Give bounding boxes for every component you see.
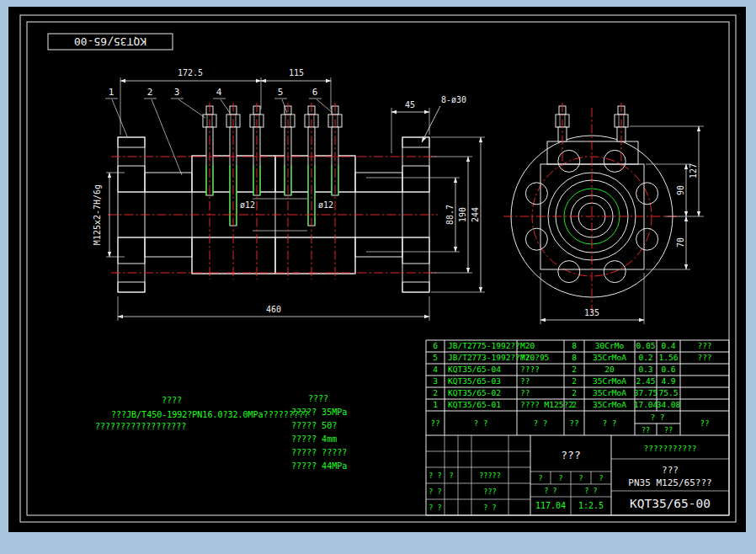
tb-middle-name: ???	[561, 449, 580, 461]
tb-company-name: ???????????	[644, 444, 697, 453]
svg-text:M20?95: M20?95	[520, 353, 549, 362]
bom-row: 1 KQT35/65-01 ???? M125?2 2 35CrMoA 17.0…	[433, 400, 680, 409]
svg-text:35CrMoA: 35CrMoA	[593, 376, 626, 386]
svg-text:KQT35/65-04: KQT35/65-04	[448, 365, 501, 374]
svg-text:35CrMoA: 35CrMoA	[593, 400, 626, 409]
dim-45: 45	[405, 100, 415, 109]
svg-text:3: 3	[433, 376, 438, 386]
bom-header-qty: ??	[569, 418, 578, 428]
svg-text:??: ??	[520, 388, 530, 397]
balloon-6: 6	[312, 87, 318, 98]
svg-text:75.5: 75.5	[659, 388, 679, 397]
tb-stage-2: ?	[558, 474, 562, 482]
svg-text:???? M125?2: ???? M125?2	[520, 400, 573, 409]
svg-text:35CrMoA: 35CrMoA	[593, 388, 626, 397]
balloon-1: 1	[109, 87, 114, 98]
tb-standard-label: ???	[483, 487, 496, 496]
notes-line2: ??????????????????	[95, 422, 186, 431]
spec-item-3: ????? 4mm	[291, 434, 337, 444]
svg-text:????: ????	[520, 365, 540, 374]
bom-header-note: ??	[700, 418, 709, 428]
bom-row: 6 JB/T2775-1992?? M20 8 30CrMo 0.05 0.4 …	[433, 341, 711, 350]
tb-drawing-number: KQT35/65-00	[630, 497, 711, 510]
spec-item-2: ????? 50?	[291, 421, 337, 430]
svg-text:M20: M20	[520, 341, 535, 350]
bom-header-material: ? ?	[602, 418, 616, 428]
dim-thread: M125x2-7H/6g	[93, 184, 102, 245]
dim-135: 135	[584, 308, 599, 317]
svg-text:1: 1	[433, 400, 438, 409]
bom-header-name: ? ?	[533, 418, 547, 428]
balloon-2: 2	[147, 87, 153, 98]
svg-text:17.04: 17.04	[634, 400, 658, 409]
dim-stud-dia-right: ø12	[318, 200, 333, 210]
dim-115: 115	[289, 68, 304, 77]
svg-text:JB/T2773-1992????: JB/T2773-1992????	[448, 353, 530, 362]
tb-product-name: ???	[662, 465, 679, 476]
tb-weight-label: ? ?	[544, 487, 556, 495]
dim-172-5: 172.5	[178, 68, 203, 77]
svg-text:20: 20	[604, 365, 615, 374]
svg-text:???: ???	[697, 341, 711, 350]
tb-mark-label: ? ?	[429, 471, 441, 480]
svg-text:34.08: 34.08	[657, 400, 681, 409]
svg-text:2: 2	[572, 400, 577, 409]
svg-text:KQT35/65-03: KQT35/65-03	[448, 376, 501, 386]
bom-header-total: ??	[664, 426, 673, 434]
balloon-5: 5	[278, 87, 284, 98]
svg-text:37.75: 37.75	[634, 388, 658, 397]
tb-stage-4: ?	[599, 474, 603, 482]
svg-text:35CrMoA: 35CrMoA	[593, 353, 626, 362]
tb-stage-1: ?	[538, 474, 542, 482]
svg-text:2.45: 2.45	[636, 376, 656, 386]
svg-text:1.56: 1.56	[659, 353, 679, 362]
svg-text:0.4: 0.4	[661, 341, 675, 350]
svg-text:8: 8	[572, 341, 577, 350]
svg-text:JB/T2775-1992??: JB/T2775-1992??	[448, 341, 520, 350]
svg-text:KQT35/65-01: KQT35/65-01	[448, 400, 501, 409]
svg-text:0.6: 0.6	[661, 365, 675, 374]
tb-stage-3: ?	[578, 474, 583, 482]
dim-190: 190	[458, 207, 467, 222]
svg-text:2: 2	[572, 376, 577, 386]
dim-127: 127	[689, 163, 698, 178]
cad-viewport[interactable]: KQT35/65-00	[0, 0, 756, 554]
svg-text:4.9: 4.9	[661, 376, 675, 386]
tb-count-label: ?	[449, 471, 453, 480]
svg-text:0.05: 0.05	[636, 341, 656, 350]
svg-text:0.2: 0.2	[638, 353, 652, 362]
dim-90: 90	[676, 185, 685, 195]
svg-text:KQT35/65-02: KQT35/65-02	[448, 388, 501, 397]
tb-scale-value: 1:2.5	[578, 501, 604, 510]
bom-header-code: ? ?	[473, 418, 487, 428]
tb-approve-label: ? ?	[483, 503, 496, 512]
tb-weight-value: 117.04	[535, 501, 566, 510]
svg-text:4: 4	[433, 365, 438, 374]
svg-text:??: ??	[520, 376, 530, 386]
svg-text:0.3: 0.3	[638, 365, 652, 374]
dim-70: 70	[676, 237, 685, 248]
tb-zone-label: ?????	[479, 471, 501, 480]
notes-line1: ???JB/T450-1992?PN16.0?32.0MPa?????????	[111, 410, 309, 419]
tb-check-label: ? ?	[429, 503, 441, 512]
spec-item-1: ????? 35MPa	[291, 408, 347, 417]
bom-header-unit: ??	[642, 426, 650, 434]
svg-text:2: 2	[572, 388, 577, 397]
dim-8-holes: 8-ø30	[441, 95, 466, 104]
balloon-3: 3	[174, 87, 180, 98]
balloon-4: 4	[216, 87, 222, 98]
spec-item-4: ????? ?????	[291, 448, 347, 457]
bom-row: 5 JB/T2773-1992???? M20?95 8 35CrMoA 0.2…	[433, 353, 711, 362]
svg-text:6: 6	[433, 341, 438, 350]
tb-scale-label: ? ?	[584, 487, 597, 495]
svg-text:2: 2	[433, 388, 438, 397]
notes-title: ????	[162, 396, 182, 405]
dim-244: 244	[471, 207, 480, 222]
spec-title: ????	[308, 394, 328, 403]
svg-text:???: ???	[697, 353, 711, 362]
tb-design-label: ? ?	[429, 487, 441, 496]
dim-460: 460	[266, 305, 281, 314]
dim-stud-dia-left: ø12	[240, 200, 255, 210]
dim-88-7: 88.7	[445, 205, 455, 225]
svg-text:8: 8	[572, 353, 577, 362]
